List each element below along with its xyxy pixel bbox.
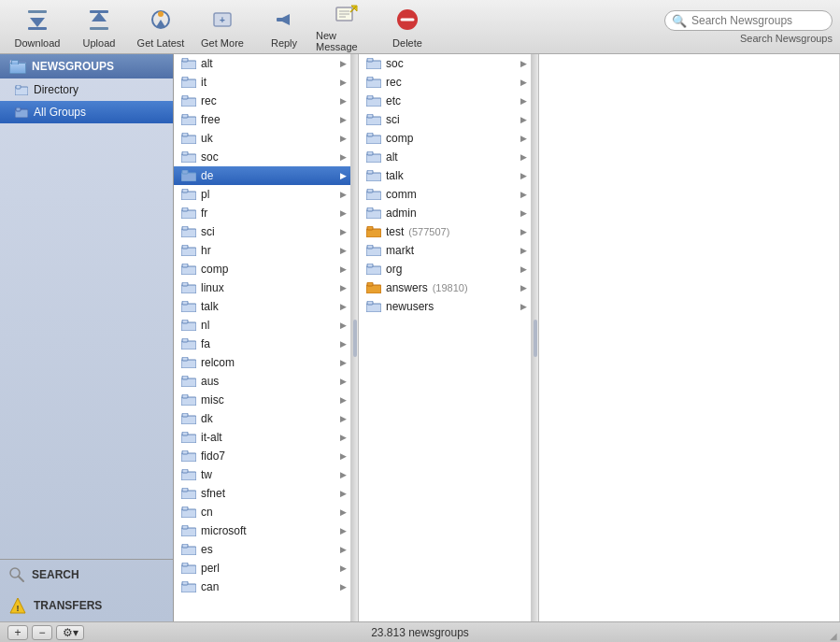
svg-rect-103 [367, 189, 373, 193]
col1-item-soc[interactable]: soc ▶ [174, 148, 350, 166]
col1-item-alt[interactable]: alt ▶ [174, 54, 350, 73]
svg-rect-61 [182, 338, 188, 342]
get-latest-button[interactable]: Get Latest [131, 3, 191, 51]
col2-item-sci[interactable]: sci ▶ [359, 110, 531, 129]
svg-rect-20 [9, 63, 26, 73]
col2-item-answers[interactable]: answers (19810) ▶ [359, 278, 531, 297]
col2-item-rec[interactable]: rec ▶ [359, 73, 531, 92]
item-left: free [181, 113, 221, 126]
col1-item-linux[interactable]: linux ▶ [174, 278, 350, 297]
col1-item-rec[interactable]: rec ▶ [174, 92, 350, 110]
svg-rect-75 [182, 469, 188, 473]
col1-item-free[interactable]: free ▶ [174, 110, 350, 129]
chevron-icon: ▶ [340, 227, 347, 236]
col2-item-comp[interactable]: comp ▶ [359, 129, 531, 148]
sidebar: NEWSGROUPS Directory All Groups SEAR [0, 54, 174, 621]
col1-item-sci[interactable]: sci ▶ [174, 222, 350, 241]
svg-rect-11 [277, 18, 290, 21]
col1-item-can[interactable]: can ▶ [174, 578, 350, 596]
search-input[interactable] [664, 10, 833, 31]
col1-item-relcom[interactable]: relcom ▶ [174, 353, 350, 372]
folder-icon [181, 282, 196, 293]
col2-item-etc[interactable]: etc ▶ [359, 92, 531, 110]
folder-icon [366, 207, 381, 219]
col2-item-org[interactable]: org ▶ [359, 260, 531, 278]
col1-item-talk[interactable]: talk ▶ [174, 297, 350, 316]
item-left: soc [366, 57, 404, 70]
col1-item-uk[interactable]: uk ▶ [174, 129, 350, 148]
folder-icon [366, 77, 381, 88]
item-name: can [201, 580, 219, 593]
reply-button[interactable]: Reply [254, 3, 314, 51]
item-name: nl [201, 319, 209, 332]
col2-item-markt[interactable]: markt ▶ [359, 241, 531, 260]
col1-item-cn[interactable]: cn ▶ [174, 503, 350, 521]
col2-item-talk[interactable]: talk ▶ [359, 166, 531, 185]
sidebar-item-directory[interactable]: Directory [0, 78, 173, 101]
main-area: NEWSGROUPS Directory All Groups SEAR [0, 54, 840, 621]
col1-item-fr[interactable]: fr ▶ [174, 204, 350, 222]
remove-button[interactable]: − [32, 625, 52, 640]
reply-icon [269, 5, 299, 35]
get-more-button[interactable]: + Get More [192, 3, 252, 51]
download-label: Download [15, 37, 61, 49]
folder-icon [181, 376, 196, 387]
col-divider-1 [351, 54, 359, 621]
download-button[interactable]: Download [7, 3, 67, 51]
col2-item-soc[interactable]: soc ▶ [359, 54, 531, 73]
sidebar-transfers-button[interactable]: ! TRANSFERS [0, 590, 173, 621]
all-groups-label: All Groups [34, 106, 86, 119]
newsgroups-header[interactable]: NEWSGROUPS [0, 54, 173, 78]
item-left: uk [181, 132, 213, 145]
chevron-icon: ▶ [520, 96, 527, 106]
item-left: comm [366, 188, 417, 201]
item-name: comm [386, 188, 417, 201]
col2-item-admin[interactable]: admin ▶ [359, 204, 531, 222]
svg-text:!: ! [17, 604, 20, 613]
col1-item-pl[interactable]: pl ▶ [174, 185, 350, 204]
reply-label: Reply [271, 37, 297, 49]
svg-rect-99 [367, 151, 373, 155]
col1-item-dk[interactable]: dk ▶ [174, 409, 350, 428]
new-message-button[interactable]: New Message [316, 3, 376, 51]
col1-item-hr[interactable]: hr ▶ [174, 241, 350, 260]
col1-item-sfnet[interactable]: sfnet ▶ [174, 484, 350, 503]
col1-item-comp[interactable]: comp ▶ [174, 260, 350, 278]
col2-item-test[interactable]: test (577507) ▶ [359, 222, 531, 241]
col1-item-it-alt[interactable]: it-alt ▶ [174, 428, 350, 447]
col2-item-alt[interactable]: alt ▶ [359, 148, 531, 166]
col1-item-es[interactable]: es ▶ [174, 540, 350, 559]
chevron-icon: ▶ [340, 451, 347, 461]
col1-item-microsoft[interactable]: microsoft ▶ [174, 521, 350, 540]
svg-rect-71 [182, 432, 188, 435]
folder-icon [181, 207, 196, 219]
svg-rect-85 [182, 563, 188, 566]
chevron-icon: ▶ [520, 227, 527, 236]
col1-item-de[interactable]: de ▶ [174, 166, 350, 185]
sidebar-search-button[interactable]: SEARCH [0, 560, 173, 590]
col1-item-fido7[interactable]: fido7 ▶ [174, 447, 350, 465]
chevron-icon: ▶ [340, 115, 347, 124]
resize-handle[interactable]: ◢ [827, 629, 840, 642]
col1-item-tw[interactable]: tw ▶ [174, 465, 350, 484]
item-left: dk [181, 412, 213, 425]
col1-item-nl[interactable]: nl ▶ [174, 316, 350, 335]
col1-item-misc[interactable]: misc ▶ [174, 391, 350, 409]
upload-button[interactable]: Upload [69, 3, 129, 51]
folder-icon [181, 450, 196, 462]
chevron-icon: ▶ [340, 339, 347, 349]
statusbar-controls: + − ⚙▾ [7, 625, 84, 640]
col1-item-aus[interactable]: aus ▶ [174, 372, 350, 391]
item-left: rec [366, 76, 402, 89]
delete-button[interactable]: Delete [377, 3, 437, 51]
sidebar-item-all-groups[interactable]: All Groups [0, 101, 173, 123]
col1-item-perl[interactable]: perl ▶ [174, 559, 350, 578]
col2-item-newusers[interactable]: newusers ▶ [359, 297, 531, 316]
col1-item-it[interactable]: it ▶ [174, 73, 350, 92]
col1-item-fa[interactable]: fa ▶ [174, 335, 350, 353]
add-button[interactable]: + [7, 625, 28, 640]
settings-button[interactable]: ⚙▾ [56, 625, 84, 640]
col2-item-comm[interactable]: comm ▶ [359, 185, 531, 204]
sidebar-bottom: SEARCH ! TRANSFERS [0, 559, 173, 621]
upload-label: Upload [83, 37, 116, 49]
